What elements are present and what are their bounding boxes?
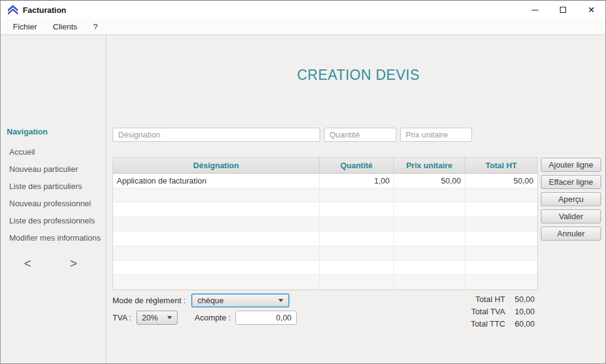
tva-acompte-row: TVA : 20% Acompte : <box>112 311 297 325</box>
table-cell-empty <box>113 246 320 260</box>
table-cell-empty <box>320 188 394 203</box>
table-cell-empty <box>394 203 465 217</box>
table-row-empty[interactable] <box>113 261 537 276</box>
table-cell-empty <box>113 217 320 231</box>
payment-mode-row: Mode de réglement : chèque <box>112 293 289 308</box>
table-row-empty[interactable] <box>113 217 537 232</box>
ajouter-ligne-button[interactable]: Ajouter ligne <box>541 158 601 172</box>
table-cell-empty <box>465 188 537 203</box>
menu-help[interactable]: ? <box>93 22 98 31</box>
menubar: Fichier Clients ? <box>1 19 605 35</box>
minimize-button[interactable] <box>521 1 549 19</box>
table-cell-empty <box>394 231 465 246</box>
table-row-empty[interactable] <box>113 275 537 290</box>
designation-input[interactable] <box>112 128 320 142</box>
acompte-label: Acompte : <box>195 313 231 322</box>
menu-clients[interactable]: Clients <box>53 22 77 31</box>
table-row[interactable]: Application de facturation 1,00 50,00 50… <box>113 174 537 188</box>
sidebar-item-accueil[interactable]: Accueil <box>1 144 106 161</box>
window-controls: ✕ <box>521 1 605 19</box>
table-cell-empty <box>394 261 465 275</box>
total-ttc-label: Total TTC <box>471 319 505 328</box>
table-cell-empty <box>394 188 465 203</box>
sidebar-item-nouveau-particulier[interactable]: Nouveau particulier <box>1 161 106 178</box>
total-tva-label: Total TVA <box>471 307 505 316</box>
table-cell-empty <box>465 231 537 246</box>
effacer-ligne-button[interactable]: Effacer ligne <box>541 175 601 189</box>
quote-table: Désignation Quantité Prix unitaire Total… <box>112 157 538 290</box>
table-cell-empty <box>465 246 537 260</box>
mode-reglement-select[interactable]: chèque <box>191 293 289 308</box>
table-cell-empty <box>465 261 537 275</box>
action-buttons: Ajouter ligne Effacer ligne Aperçu Valid… <box>541 158 601 244</box>
sidebar-item-liste-particuliers[interactable]: Liste des particuliers <box>1 178 106 195</box>
sidebar-pager: < > <box>1 257 106 271</box>
total-ht-label: Total HT <box>476 295 505 304</box>
cell-designation: Application de facturation <box>113 174 320 188</box>
quantite-input[interactable] <box>324 128 396 142</box>
sidebar-header: Navigation <box>1 127 106 136</box>
table-row-empty[interactable] <box>113 188 537 203</box>
titlebar: Facturation ✕ <box>1 1 605 19</box>
app-window: Facturation ✕ Fichier Clients ? Navigati… <box>0 0 606 364</box>
table-cell-empty <box>320 246 394 260</box>
total-ht-value: 50,00 <box>505 295 535 304</box>
table-cell-empty <box>113 275 320 289</box>
app-logo-icon <box>7 5 18 15</box>
chevron-down-icon <box>278 299 283 302</box>
table-cell-empty <box>320 231 394 246</box>
sidebar-item-modifier-informations[interactable]: Modifier mes informations <box>1 230 106 247</box>
quote-table-header: Désignation Quantité Prix unitaire Total… <box>113 158 537 174</box>
window-title: Facturation <box>23 6 66 15</box>
table-cell-empty <box>113 203 320 217</box>
table-cell-empty <box>320 203 394 217</box>
tva-value: 20% <box>142 313 158 322</box>
tva-select[interactable]: 20% <box>136 311 178 325</box>
cell-prix-unitaire: 50,00 <box>394 174 465 188</box>
column-header-quantite: Quantité <box>320 158 394 173</box>
mode-reglement-value: chèque <box>197 296 224 305</box>
table-cell-empty <box>113 188 320 203</box>
total-ttc-row: Total TTC 60,00 <box>414 317 535 330</box>
table-row-empty[interactable] <box>113 203 537 217</box>
column-header-designation: Désignation <box>113 158 320 173</box>
sidebar: Navigation Accueil Nouveau particulier L… <box>1 35 106 363</box>
minimize-icon <box>532 10 538 10</box>
mode-reglement-label: Mode de réglement : <box>112 296 186 305</box>
maximize-button[interactable] <box>549 1 577 19</box>
page-title: CREATION DEVIS <box>174 67 543 83</box>
table-cell-empty <box>320 275 394 289</box>
table-cell-empty <box>394 217 465 231</box>
sidebar-item-liste-professionnels[interactable]: Liste des professionnels <box>1 212 106 230</box>
total-ht-row: Total HT 50,00 <box>414 293 535 305</box>
apercu-button[interactable]: Aperçu <box>541 192 601 206</box>
annuler-button[interactable]: Annuler <box>541 227 601 241</box>
table-cell-empty <box>465 203 537 217</box>
prix-unitaire-input[interactable] <box>400 128 472 142</box>
total-ttc-value: 60,00 <box>505 319 535 328</box>
acompte-input[interactable] <box>235 311 297 325</box>
valider-button[interactable]: Valider <box>541 209 601 223</box>
table-row-empty[interactable] <box>113 231 537 246</box>
tva-label: TVA : <box>112 313 132 322</box>
table-cell-empty <box>320 217 394 231</box>
quote-table-body: Application de facturation 1,00 50,00 50… <box>113 174 537 290</box>
total-tva-value: 10,00 <box>505 307 535 316</box>
sidebar-item-nouveau-professionnel[interactable]: Nouveau professionnel <box>1 195 106 212</box>
cell-total-ht: 50,00 <box>465 174 537 188</box>
close-button[interactable]: ✕ <box>577 1 605 19</box>
table-cell-empty <box>465 275 537 289</box>
column-header-prix-unitaire: Prix unitaire <box>394 158 465 173</box>
close-icon: ✕ <box>588 6 595 14</box>
next-arrow[interactable]: > <box>70 257 77 271</box>
table-cell-empty <box>394 246 465 260</box>
menu-fichier[interactable]: Fichier <box>13 22 37 31</box>
table-cell-empty <box>394 275 465 289</box>
table-cell-empty <box>113 231 320 246</box>
cell-quantite: 1,00 <box>320 174 394 188</box>
table-row-empty[interactable] <box>113 246 537 261</box>
main-content: CREATION DEVIS Désignation Quantité Prix… <box>106 35 605 363</box>
totals: Total HT 50,00 Total TVA 10,00 Total TTC… <box>414 293 535 330</box>
previous-arrow[interactable]: < <box>24 257 31 271</box>
column-header-total-ht: Total HT <box>465 158 537 173</box>
